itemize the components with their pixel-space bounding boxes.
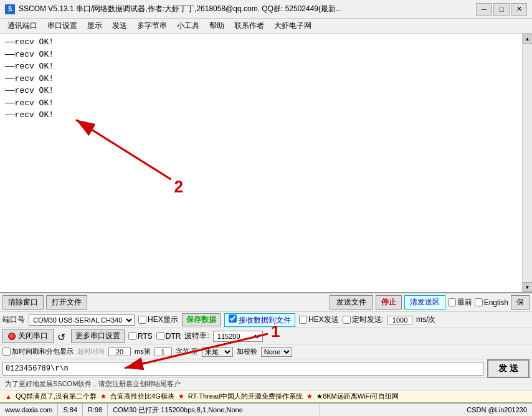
status-website: www.daxia.com: [0, 404, 58, 416]
byte-num-input[interactable]: [154, 347, 172, 356]
stop-button[interactable]: 停止: [376, 295, 402, 310]
rts-text: RTS: [138, 332, 153, 341]
window-controls: ─ □ ✕: [476, 3, 527, 16]
scrollbar-track[interactable]: [523, 44, 532, 282]
close-port-label: 关闭串口: [18, 331, 48, 341]
led-indicator: [8, 333, 16, 340]
port-select[interactable]: COM30 USB-SERIAL CH340: [29, 314, 135, 326]
scroll-up-button[interactable]: ▲: [523, 34, 533, 44]
english-label: English: [484, 298, 508, 307]
close-button[interactable]: ✕: [511, 3, 527, 16]
ticker-item-2: RT-Thread中国人的开源免费操作系统: [188, 392, 303, 401]
terminal-scrollbar[interactable]: ▲ ▼: [522, 34, 532, 292]
hex-display-label[interactable]: HEX显示: [138, 314, 178, 325]
hex-send-label[interactable]: HEX发送: [299, 314, 339, 325]
refresh-icon[interactable]: ↺: [57, 331, 67, 341]
hex-display-text: HEX显示: [148, 314, 178, 325]
menu-website[interactable]: 大虾电子网: [269, 19, 316, 32]
clear-send-button[interactable]: 清发送区: [404, 295, 445, 310]
english-checkbox-label[interactable]: English: [475, 298, 508, 307]
input-row: 发 送: [0, 359, 532, 377]
terminal-line: ——recv OK!: [5, 73, 517, 85]
first-checkbox-label[interactable]: 最前: [448, 297, 472, 308]
port-label: 端口号: [2, 314, 25, 325]
timestamp-text: 加时间戳和分包显示: [12, 347, 74, 356]
scroll-down-button[interactable]: ▼: [523, 282, 533, 292]
menu-tools[interactable]: 小工具: [172, 19, 204, 32]
close-port-button[interactable]: 关闭串口: [2, 329, 54, 343]
hex-send-checkbox[interactable]: [299, 316, 307, 324]
ticker-icon: ▲: [5, 393, 12, 400]
timed-send-input[interactable]: [387, 316, 412, 324]
rts-checkbox[interactable]: [128, 332, 136, 340]
ticker-sep-2: ★: [306, 392, 313, 400]
status-csdn: CSDN @Lin201230: [320, 404, 532, 416]
first-checkbox[interactable]: [448, 298, 456, 306]
tail-select[interactable]: 末尾: [202, 347, 233, 357]
byte-label: 字节 至: [176, 347, 198, 356]
menu-comm-port[interactable]: 通讯端口: [2, 19, 42, 32]
send-input[interactable]: [2, 362, 483, 376]
timed-send-checkbox[interactable]: [343, 316, 351, 324]
menu-serial-settings[interactable]: 串口设置: [42, 19, 82, 32]
menu-bar: 通讯端口 串口设置 显示 发送 多字节串 小工具 帮助 联系作者 大虾电子网: [0, 19, 532, 34]
send-button[interactable]: 发 送: [487, 359, 530, 378]
timeout-input[interactable]: [108, 347, 131, 356]
ticker-sep-1: ★: [178, 392, 184, 400]
timestamp-checkbox[interactable]: [2, 347, 11, 356]
menu-send[interactable]: 发送: [107, 19, 132, 32]
clear-window-button[interactable]: 清除窗口: [2, 295, 44, 310]
rts-label[interactable]: RTS: [128, 332, 153, 341]
timeout-hint: 超时时间: [77, 347, 105, 356]
status-bar: www.daxia.com S:84 R:98 COM30 已打开 115200…: [0, 402, 532, 416]
recv-file-label[interactable]: 接收数据到文件: [224, 313, 295, 327]
status-s-value: S:84: [58, 404, 83, 416]
title-bar: S SSCOM V5.13.1 串口/网络数据调试器,作者:大虾丁丁,26180…: [0, 0, 532, 19]
port-row: 端口号 COM30 USB-SERIAL CH340 HEX显示 保存数据 接收…: [0, 311, 532, 328]
recv-file-checkbox[interactable]: [229, 314, 237, 323]
open-file-button[interactable]: 打开文件: [46, 295, 87, 310]
menu-contact[interactable]: 联系作者: [229, 19, 269, 32]
terminal-content: ——recv OK!——recv OK!——recv OK!——recv OK!…: [0, 34, 522, 292]
app-icon: S: [5, 4, 15, 14]
maximize-button[interactable]: □: [493, 3, 510, 16]
send-file-button[interactable]: 发送文件: [330, 295, 373, 310]
ticker-item-0: QQ群满员了,没有第二个群: [16, 392, 97, 401]
minimize-button[interactable]: ─: [476, 3, 492, 16]
terminal-line: ——recv OK!: [5, 36, 517, 49]
baud-label: 波特率:: [184, 331, 209, 341]
input-row-wrapper: 发 送 1: [0, 359, 532, 377]
ticker-item-1: 合宜高性价比4G模块: [110, 392, 174, 401]
status-port-status: COM30 已打开 115200bps,8,1,None,None: [108, 404, 320, 416]
dtr-label[interactable]: DTR: [156, 332, 181, 341]
menu-display[interactable]: 显示: [82, 19, 107, 32]
dtr-checkbox[interactable]: [156, 332, 164, 340]
ticker-bar: ▲ QQ群满员了,没有第二个群 ★ 合宜高性价比4G模块 ★ RT-Thread…: [0, 390, 532, 402]
menu-help[interactable]: 帮助: [204, 19, 229, 32]
checksum-select[interactable]: None: [261, 347, 292, 357]
hex-display-checkbox[interactable]: [138, 316, 146, 324]
timed-send-text: 定时发送:: [352, 314, 384, 325]
baud-select[interactable]: 115200: [213, 331, 263, 342]
ticker-sep-0: ★: [100, 392, 107, 400]
status-r-value: R:98: [83, 404, 108, 416]
menu-multi-string[interactable]: 多字节串: [132, 19, 172, 32]
terminal-line: ——recv OK!: [5, 109, 517, 121]
promo-bar: 为了更好地发展SSCOM软件，请您注册嘉立创绑结尾客户: [0, 377, 532, 390]
ticker-item-3: ★8KM远距离WiFi可自组网: [316, 392, 399, 401]
timestamp-label[interactable]: 加时间戳和分包显示: [2, 347, 74, 356]
terminal-line: ——recv OK!: [5, 49, 517, 61]
timed-send-label[interactable]: 定时发送:: [343, 314, 384, 325]
save-button[interactable]: 保: [511, 295, 530, 310]
terminal-line: ——recv OK!: [5, 97, 517, 110]
dtr-text: DTR: [166, 332, 181, 341]
terminal-line: ——recv OK!: [5, 85, 517, 97]
hex-send-text: HEX发送: [308, 314, 339, 325]
checksum-label: 加校验: [237, 347, 257, 356]
more-settings-button[interactable]: 更多串口设置: [71, 329, 125, 343]
timestamp-row: 加时间戳和分包显示 超时时间 ms第 字节 至 末尾 加校验 None: [0, 344, 532, 359]
first-label: 最前: [457, 297, 472, 308]
english-checkbox[interactable]: [475, 298, 483, 306]
ms-label: ms/次: [416, 314, 435, 325]
save-data-button[interactable]: 保存数据: [182, 313, 221, 326]
